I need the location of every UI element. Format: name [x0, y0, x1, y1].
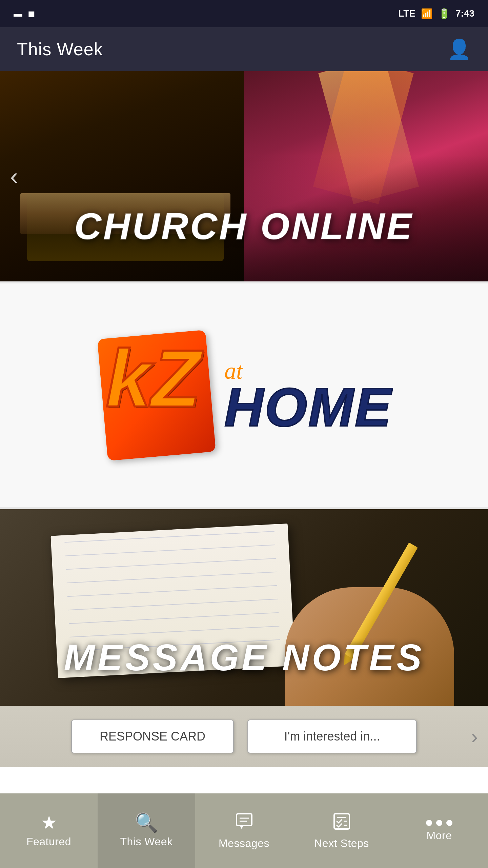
svg-rect-0: [237, 814, 252, 826]
app-header: This Week 👤: [0, 27, 488, 71]
kz-home-section[interactable]: kZ at HOME: [0, 283, 488, 507]
home-text: HOME: [224, 383, 392, 432]
network-type: LTE: [398, 8, 415, 19]
nav-item-next-steps[interactable]: Next Steps: [293, 793, 390, 868]
clock: 7:43: [455, 8, 474, 19]
svg-marker-1: [240, 826, 243, 829]
nav-item-this-week[interactable]: 🔍 This Week: [98, 793, 195, 868]
messages-label: Messages: [219, 837, 269, 850]
section-arrow-right: ›: [471, 725, 478, 748]
kz-logo-container: kZ at HOME: [96, 328, 392, 463]
nav-item-featured[interactable]: ★ Featured: [0, 793, 98, 868]
interested-button[interactable]: I'm interested in...: [247, 719, 417, 753]
kz-logo: kZ: [96, 328, 218, 463]
message-notes-section[interactable]: MESSAGE NOTES: [0, 509, 488, 706]
banner-prev-arrow[interactable]: ‹: [10, 163, 18, 190]
church-online-text-overlay: CHURCH ONLINE: [0, 204, 488, 248]
desk-scene-left: [0, 71, 244, 281]
status-bar-right: LTE 📶 🔋 7:43: [398, 8, 474, 19]
desk-background: [0, 71, 244, 281]
featured-label: Featured: [26, 835, 71, 848]
bottom-navigation: ★ Featured 🔍 This Week Messages: [0, 793, 488, 868]
dot-2: [436, 820, 442, 826]
church-online-background: [0, 71, 488, 281]
response-card-section: RESPONSE CARD I'm interested in... ›: [0, 706, 488, 767]
status-bar: ▬ ◼ LTE 📶 🔋 7:43: [0, 0, 488, 27]
signal-icon: 📶: [421, 8, 433, 19]
chevron-left-icon: ‹: [10, 163, 18, 190]
message-notes-text-overlay: MESSAGE NOTES: [0, 636, 488, 679]
dot-1: [426, 820, 432, 826]
more-label: More: [427, 829, 452, 842]
status-bar-left-icons: ▬ ◼: [14, 8, 35, 19]
kz-letters: kZ: [106, 338, 201, 419]
sim-icon: ▬: [14, 8, 22, 19]
crowd-scene-right: [244, 71, 488, 281]
nav-item-more[interactable]: More: [390, 793, 488, 868]
at-home-text: at HOME: [224, 359, 392, 432]
next-steps-label: Next Steps: [314, 837, 369, 850]
church-online-heading: CHURCH ONLINE: [0, 204, 488, 248]
more-dots-icon: [426, 820, 452, 826]
dot-3: [446, 820, 452, 826]
this-week-label: This Week: [120, 835, 172, 848]
page-title: This Week: [17, 39, 103, 59]
battery-icon: 🔋: [438, 8, 450, 19]
nav-item-messages[interactable]: Messages: [195, 793, 293, 868]
main-content: ‹ CHURCH ONLINE kZ at HOME: [0, 71, 488, 793]
church-online-banner[interactable]: ‹ CHURCH ONLINE: [0, 71, 488, 281]
featured-icon: ★: [41, 813, 57, 832]
next-steps-icon: [332, 812, 351, 834]
messages-icon: [235, 812, 253, 834]
user-profile-icon[interactable]: 👤: [447, 38, 471, 60]
search-icon: 🔍: [135, 813, 158, 832]
message-notes-heading: MESSAGE NOTES: [0, 636, 488, 679]
notification-icon: ◼: [28, 8, 35, 19]
response-card-button[interactable]: RESPONSE CARD: [71, 719, 234, 753]
